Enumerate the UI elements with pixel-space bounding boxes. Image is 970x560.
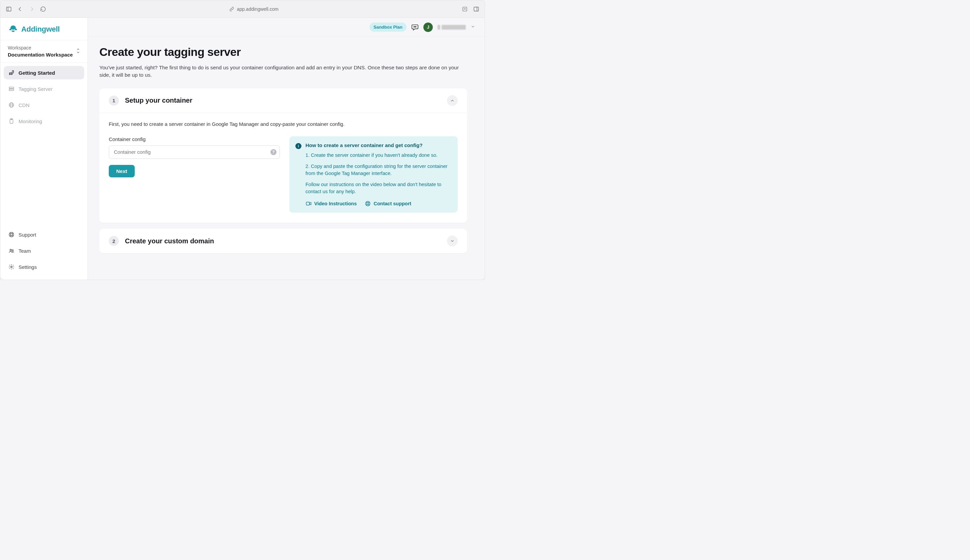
step-2-card: 2 Create your custom domain — [99, 229, 467, 253]
globe-icon — [8, 102, 15, 108]
address-bar-url[interactable]: app.addingwell.com — [237, 7, 279, 12]
svg-point-27 — [11, 266, 12, 268]
nav-label: Monitoring — [18, 118, 42, 124]
next-button[interactable]: Next — [109, 165, 135, 177]
main-area: Sandbox Plan J Create your tagging serve… — [88, 18, 485, 280]
video-icon — [306, 201, 311, 207]
nav-label: Settings — [18, 264, 37, 270]
info-line-1: 1. Create the server container if you ha… — [306, 152, 451, 159]
avatar[interactable]: J — [423, 23, 433, 32]
step-number: 1 — [109, 95, 119, 106]
svg-rect-12 — [9, 87, 14, 89]
contact-support-link[interactable]: Contact support — [365, 201, 411, 207]
topbar: Sandbox Plan J — [88, 18, 485, 37]
svg-point-28 — [413, 26, 414, 27]
svg-rect-11 — [13, 30, 14, 30]
team-icon — [8, 248, 15, 254]
svg-point-20 — [10, 233, 12, 235]
svg-point-10 — [14, 30, 15, 31]
step-title: Setup your container — [125, 97, 192, 104]
footer-nav: Support Team Settings — [0, 225, 88, 280]
info-title: How to create a server container and get… — [306, 142, 423, 148]
reader-icon[interactable] — [462, 6, 468, 12]
page-description: You've just started, right? The first th… — [99, 64, 467, 79]
server-icon — [8, 86, 15, 92]
svg-rect-0 — [7, 7, 11, 11]
chat-icon[interactable] — [411, 24, 419, 31]
nav-item-team[interactable]: Team — [4, 244, 84, 257]
info-line-2: 2. Copy and paste the configuration stri… — [306, 163, 451, 177]
nav-label: Getting Started — [18, 70, 55, 76]
container-config-input[interactable] — [109, 145, 280, 159]
svg-point-30 — [416, 26, 416, 27]
svg-rect-31 — [306, 202, 309, 205]
step-1-body: First, you need to create a server conta… — [99, 113, 467, 223]
lifebuoy-icon — [8, 232, 15, 238]
plan-badge[interactable]: Sandbox Plan — [370, 23, 406, 32]
step-2-header[interactable]: 2 Create your custom domain — [99, 229, 467, 253]
brand-logo[interactable]: Addingwell — [0, 18, 88, 40]
svg-rect-2 — [463, 7, 467, 11]
svg-point-34 — [367, 203, 369, 205]
svg-rect-13 — [9, 89, 14, 91]
lifebuoy-icon — [365, 201, 371, 207]
step-intro: First, you need to create a server conta… — [109, 121, 458, 127]
container-config-label: Container config — [109, 136, 280, 142]
user-name-redacted — [438, 25, 466, 30]
nav-label: CDN — [18, 102, 30, 108]
collapse-button[interactable] — [447, 95, 458, 106]
nav-label: Support — [18, 232, 36, 238]
chevron-down-icon[interactable] — [470, 24, 475, 30]
nav-label: Team — [18, 248, 31, 254]
svg-rect-5 — [474, 7, 478, 11]
step-number: 2 — [109, 236, 119, 246]
workspace-name: Documentation Workspace — [8, 52, 73, 58]
gear-icon — [8, 264, 15, 270]
help-icon[interactable]: ? — [271, 149, 276, 155]
svg-point-29 — [415, 26, 415, 27]
info-icon: i — [295, 143, 301, 149]
back-icon[interactable] — [17, 6, 23, 12]
nav-item-tagging-server[interactable]: Tagging Server — [4, 82, 84, 95]
nav-label: Tagging Server — [18, 86, 52, 92]
workspace-selector[interactable]: Workspace Documentation Workspace — [0, 40, 88, 63]
nav-item-support[interactable]: Support — [4, 228, 84, 241]
step-1-header[interactable]: 1 Setup your container — [99, 88, 467, 113]
rocket-icon — [8, 70, 15, 76]
page-title: Create your tagging server — [99, 45, 467, 58]
step-1-card: 1 Setup your container First, you need t… — [99, 88, 467, 223]
info-followup: Follow our instructions on the video bel… — [306, 181, 451, 195]
nav-item-cdn[interactable]: CDN — [4, 98, 84, 112]
clipboard-icon — [8, 118, 15, 124]
primary-nav: Getting Started Tagging Server CDN — [0, 63, 88, 225]
reload-icon[interactable] — [40, 6, 46, 12]
sidebar: Addingwell Workspace Documentation Works… — [0, 18, 88, 280]
sidebar-toggle-icon[interactable] — [6, 6, 12, 12]
svg-point-26 — [12, 250, 13, 251]
svg-point-9 — [12, 30, 12, 31]
step-title: Create your custom domain — [125, 237, 214, 245]
forward-icon — [28, 6, 35, 12]
chevrons-updown-icon — [76, 48, 80, 55]
link-icon — [229, 7, 234, 12]
info-panel: i How to create a server container and g… — [289, 136, 458, 213]
workspace-label: Workspace — [8, 45, 73, 50]
nav-item-getting-started[interactable]: Getting Started — [4, 66, 84, 79]
tabs-icon[interactable] — [473, 6, 479, 12]
svg-point-25 — [10, 249, 12, 251]
video-instructions-link[interactable]: Video Instructions — [306, 201, 357, 207]
nav-item-monitoring[interactable]: Monitoring — [4, 115, 84, 128]
nav-item-settings[interactable]: Settings — [4, 260, 84, 273]
expand-button[interactable] — [447, 235, 458, 246]
logo-icon — [8, 25, 18, 34]
brand-name: Addingwell — [21, 25, 60, 34]
browser-chrome: app.addingwell.com — [0, 0, 485, 18]
